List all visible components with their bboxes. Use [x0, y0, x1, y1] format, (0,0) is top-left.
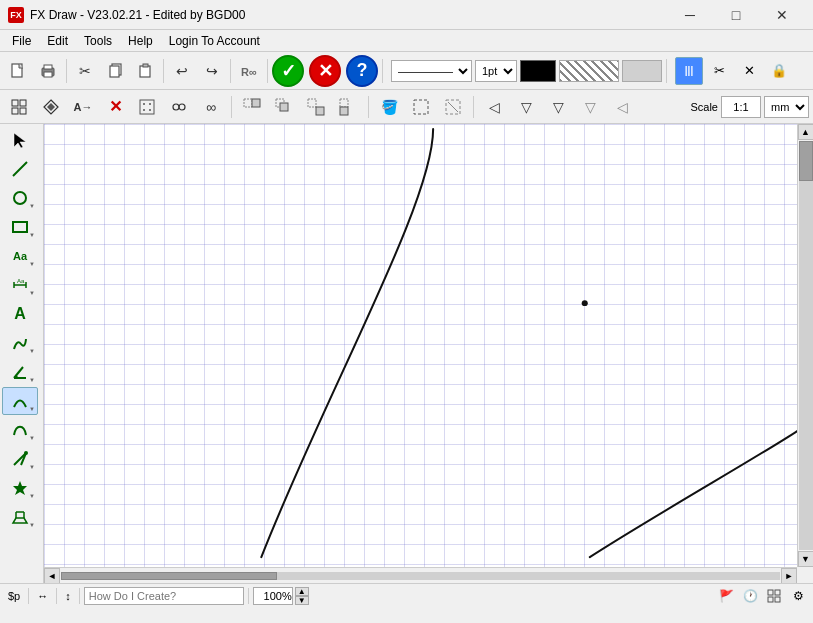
hint-input[interactable] — [84, 587, 244, 605]
anchor-dot — [582, 300, 588, 306]
svg-rect-3 — [44, 72, 52, 77]
horizontal-scrollbar[interactable]: ◄ ► — [44, 567, 797, 583]
paste-button[interactable] — [131, 57, 159, 85]
angle2-tool[interactable]: ▼ — [2, 445, 38, 473]
undo-button[interactable]: ↩ — [168, 57, 196, 85]
pattern-swatch[interactable] — [559, 60, 619, 82]
dimension-tool-arrow: ▼ — [29, 290, 35, 296]
toolbar-sep-3 — [230, 59, 231, 83]
layer-toggle[interactable]: ||| — [675, 57, 703, 85]
menu-help[interactable]: Help — [120, 30, 161, 52]
primary-toolbar: ✂ ↩ ↪ R∞ ✓ ✕ ? ————— - - - - · · · · 1pt… — [0, 52, 813, 90]
window-controls: ─ □ ✕ — [667, 0, 805, 30]
scroll-thumb-vertical[interactable] — [799, 141, 813, 181]
flag-btn[interactable]: 🚩 — [715, 586, 737, 606]
scroll-down-arrow[interactable]: ▼ — [798, 551, 814, 567]
cancel-button[interactable]: ✕ — [309, 55, 341, 87]
maximize-button[interactable]: □ — [713, 0, 759, 30]
label-tool[interactable]: Aa ▼ — [2, 242, 38, 270]
line-tool[interactable] — [2, 155, 38, 183]
scroll-track-horizontal[interactable] — [61, 572, 780, 580]
scroll-right-arrow[interactable]: ► — [781, 568, 797, 584]
svg-rect-29 — [340, 107, 348, 115]
line-weight-select[interactable]: 1pt 2pt 3pt — [475, 60, 517, 82]
menu-tools[interactable]: Tools — [76, 30, 120, 52]
chemical-tool[interactable]: ▼ — [2, 503, 38, 531]
stamp-tool[interactable]: ▼ — [2, 474, 38, 502]
vertical-scrollbar[interactable]: ▲ ▼ — [797, 124, 813, 567]
scissors-tool[interactable]: ✂ — [705, 57, 733, 85]
bezier-tool[interactable]: ▼ — [2, 416, 38, 444]
scroll-left-arrow[interactable]: ◄ — [44, 568, 60, 584]
svg-rect-7 — [143, 64, 148, 67]
scroll-up-arrow[interactable]: ▲ — [798, 124, 814, 140]
toolbar-sep-4 — [267, 59, 268, 83]
line-style-select[interactable]: ————— - - - - · · · · — [391, 60, 472, 82]
snap-btn[interactable] — [36, 94, 66, 120]
transform2-btn[interactable] — [269, 94, 299, 120]
grid-status-btn[interactable] — [763, 586, 785, 606]
redo-button[interactable]: ↪ — [198, 57, 226, 85]
arrow-left-btn[interactable]: ◁ — [479, 94, 509, 120]
settings-btn[interactable]: ⚙ — [787, 586, 809, 606]
scale-input[interactable] — [721, 96, 761, 118]
scale-unit-select[interactable]: mm cm in — [764, 96, 809, 118]
scroll-track-vertical[interactable] — [799, 141, 813, 550]
copy-button[interactable] — [101, 57, 129, 85]
cut-button[interactable]: ✂ — [71, 57, 99, 85]
cross-btn[interactable]: ✕ — [100, 94, 130, 120]
text-tool[interactable]: A — [2, 300, 38, 328]
minimize-button[interactable]: ─ — [667, 0, 713, 30]
menu-file[interactable]: File — [4, 30, 39, 52]
scale-area: Scale mm cm in — [690, 96, 809, 118]
bucket-btn[interactable]: 🪣 — [374, 94, 404, 120]
close-button[interactable]: ✕ — [759, 0, 805, 30]
zoom-up[interactable]: ▲ — [295, 587, 309, 596]
new-button[interactable] — [4, 57, 32, 85]
arrow-down3-btn[interactable]: ▽ — [575, 94, 605, 120]
fill-swatch[interactable] — [622, 60, 662, 82]
zoom-down[interactable]: ▼ — [295, 596, 309, 605]
line-color-swatch[interactable] — [520, 60, 556, 82]
angle-tool[interactable]: ▼ — [2, 358, 38, 386]
dimension-tool[interactable]: Aa ▼ — [2, 271, 38, 299]
circle-tool[interactable]: ▼ — [2, 184, 38, 212]
curve-tool[interactable]: ▼ — [2, 387, 38, 415]
select-all-btn[interactable] — [406, 94, 436, 120]
arrow-down2-btn[interactable]: ▽ — [543, 94, 573, 120]
transform3-btn[interactable] — [301, 94, 331, 120]
circle-link-btn[interactable] — [164, 94, 194, 120]
transform4-btn[interactable] — [333, 94, 363, 120]
toolbar-sep-6 — [666, 59, 667, 83]
infinity-btn[interactable]: ∞ — [196, 94, 226, 120]
menu-login[interactable]: Login To Account — [161, 30, 268, 52]
select-tool[interactable] — [2, 126, 38, 154]
svg-point-20 — [173, 104, 179, 110]
text-auto-btn[interactable]: A→ — [68, 94, 98, 120]
status-sep-3 — [79, 588, 80, 604]
confirm-button[interactable]: ✓ — [272, 55, 304, 87]
arrow-left2-btn[interactable]: ◁ — [607, 94, 637, 120]
svg-line-34 — [13, 162, 27, 176]
cross-tool[interactable]: ✕ — [735, 57, 763, 85]
freehand-tool[interactable]: ▼ — [2, 329, 38, 357]
lock-tool[interactable]: 🔒 — [765, 57, 793, 85]
scroll-thumb-horizontal[interactable] — [61, 572, 277, 580]
print-button[interactable] — [34, 57, 62, 85]
toolbar-sep-1 — [66, 59, 67, 83]
transform1-btn[interactable] — [237, 94, 267, 120]
zoom-input[interactable] — [253, 587, 293, 605]
redraw-button[interactable]: R∞ — [235, 57, 263, 85]
deselect-btn[interactable] — [438, 94, 468, 120]
angle2-tool-arrow: ▼ — [29, 464, 35, 470]
drawing-canvas[interactable] — [44, 124, 797, 567]
dot-grid-btn[interactable] — [132, 94, 162, 120]
history-btn[interactable]: 🕐 — [739, 586, 761, 606]
help-button[interactable]: ? — [346, 55, 378, 87]
status-coord-1: $p — [4, 590, 24, 602]
rect-tool[interactable]: ▼ — [2, 213, 38, 241]
statusbar: $p ↔ ↕ ▲ ▼ 🚩 🕐 ⚙ — [0, 583, 813, 607]
menu-edit[interactable]: Edit — [39, 30, 76, 52]
arrow-down-btn[interactable]: ▽ — [511, 94, 541, 120]
grid-btn[interactable] — [4, 94, 34, 120]
